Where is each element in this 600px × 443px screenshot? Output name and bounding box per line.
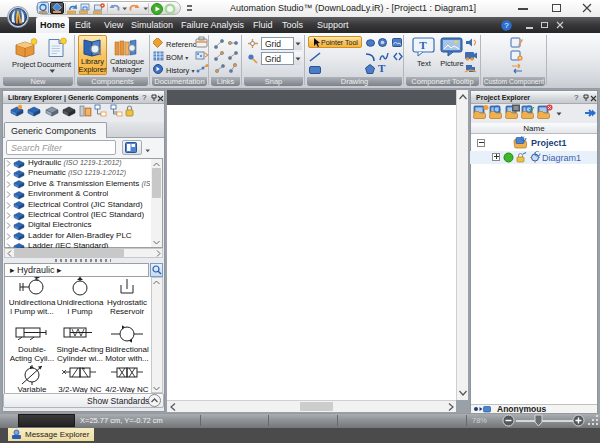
svg-text:?: ? — [504, 21, 509, 30]
svg-text:T: T — [419, 39, 427, 51]
